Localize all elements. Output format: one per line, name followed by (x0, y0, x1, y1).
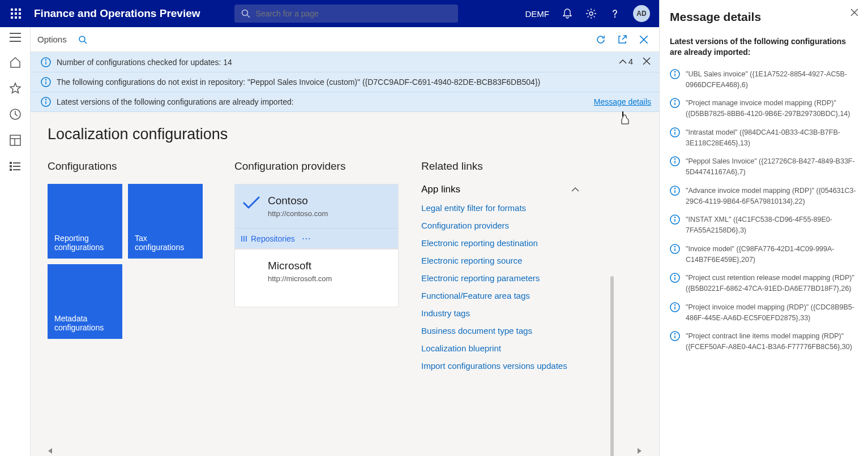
tile-metadata-configurations[interactable]: Metadata configurations (48, 264, 122, 339)
notification-row: Latest versions of the following configu… (31, 92, 659, 111)
message-item: "Advance invoice model mapping (RDP)" ({… (670, 186, 858, 207)
hamburger-icon[interactable] (9, 32, 22, 42)
svg-rect-15 (19, 16, 21, 19)
scroll-right-icon[interactable] (636, 448, 642, 454)
app-links-group-header[interactable]: App links (421, 184, 585, 195)
company-label[interactable]: DEMF (525, 9, 550, 19)
check-icon (242, 195, 261, 209)
providers-heading: Configuration providers (234, 160, 399, 173)
help-icon[interactable] (609, 8, 621, 19)
message-text: "Intrastat model" ({984DCA41-0B33-4C3B-B… (686, 127, 858, 149)
main-area: Localization configurations Configuratio… (31, 112, 659, 456)
svg-line-17 (247, 15, 250, 18)
related-links-heading: Related links (421, 160, 585, 173)
message-item: "UBL Sales invoice" ({1E1A7522-8854-4927… (670, 69, 858, 91)
message-item: "Peppol Sales Invoice" ({212726C8-B427-4… (670, 156, 858, 178)
options-bar: Options (31, 27, 659, 52)
panel-splitter-icon[interactable] (660, 222, 662, 234)
message-item: "Invoice model" ({C98FA776-42D1-4C09-999… (670, 244, 858, 265)
notification-text: Number of configurations checked for upd… (57, 58, 232, 67)
related-link[interactable]: Functional/Feature area tags (421, 291, 585, 300)
related-link[interactable]: Electronic reporting destination (421, 238, 585, 248)
info-icon (670, 331, 680, 352)
provider-more-icon[interactable]: ⋯ (302, 233, 312, 244)
related-link[interactable]: Configuration providers (421, 221, 585, 230)
providers-section: Configuration providers Contoso http://c… (234, 160, 399, 371)
gear-icon[interactable] (585, 8, 597, 19)
related-link[interactable]: Import configurations versions updates (421, 361, 585, 371)
notification-row: Number of configurations checked for upd… (31, 52, 659, 72)
scroll-left-icon[interactable] (48, 448, 53, 454)
recent-icon[interactable] (9, 108, 22, 121)
info-icon (670, 127, 680, 149)
related-link[interactable]: Electronic reporting parameters (421, 273, 585, 283)
message-item: "Project contract line items model mappi… (670, 331, 858, 352)
bell-icon[interactable] (562, 8, 573, 19)
search-box[interactable] (234, 5, 458, 23)
message-text: "Invoice model" ({C98FA776-42D1-4C09-999… (686, 244, 858, 265)
options-menu[interactable]: Options (37, 35, 67, 44)
left-nav (0, 27, 31, 456)
message-item: "Project cust retention release model ma… (670, 273, 858, 294)
svg-rect-13 (11, 16, 13, 19)
modules-icon[interactable] (9, 160, 22, 173)
provider-card-contoso[interactable]: Contoso http://contoso.com Repositories … (234, 184, 399, 249)
related-link[interactable]: Electronic reporting source (421, 256, 585, 265)
options-search-icon[interactable] (78, 35, 87, 44)
workspaces-icon[interactable] (9, 134, 22, 147)
configurations-heading: Configurations (48, 160, 212, 173)
related-link[interactable]: Legal entity filter for formats (421, 203, 585, 213)
message-item: "INSTAT XML" ({4C1FC538-CD96-4F55-89E0-7… (670, 214, 858, 236)
provider-name: Contoso (268, 195, 390, 207)
refresh-icon[interactable] (596, 35, 606, 45)
home-icon[interactable] (9, 56, 22, 68)
svg-rect-7 (11, 8, 13, 11)
notification-collapse[interactable]: 4 (618, 57, 633, 66)
svg-rect-29 (10, 169, 12, 171)
svg-rect-14 (15, 16, 17, 19)
notification-text: The following configurations do not exis… (57, 78, 540, 87)
page-title: Localization configurations (48, 126, 642, 143)
tile-tax-configurations[interactable]: Tax configurations (128, 184, 203, 259)
notification-close-icon[interactable] (642, 57, 651, 66)
message-text: "Advance invoice model mapping (RDP)" ({… (686, 186, 858, 207)
message-text: "INSTAT XML" ({4C1FC538-CD96-4F55-89E0-7… (686, 214, 858, 236)
provider-url: http://microsoft.com (268, 274, 390, 283)
message-details-panel: Message details Latest versions of the f… (660, 0, 868, 456)
panel-title: Message details (670, 10, 858, 24)
info-icon (670, 273, 680, 294)
svg-rect-10 (11, 12, 13, 15)
svg-rect-11 (15, 12, 17, 15)
info-icon (670, 214, 680, 236)
close-icon[interactable] (639, 35, 649, 45)
provider-card-microsoft[interactable]: Microsoft http://microsoft.com (234, 249, 399, 307)
favorites-icon[interactable] (9, 82, 22, 94)
provider-name: Microsoft (268, 260, 390, 272)
message-item: "Intrastat model" ({984DCA41-0B33-4C3B-B… (670, 127, 858, 149)
message-details-link[interactable]: Message details (594, 97, 651, 106)
horizontal-scrollbar[interactable] (48, 448, 642, 453)
svg-marker-34 (638, 448, 642, 454)
app-title: Finance and Operations Preview (34, 7, 200, 20)
tile-reporting-configurations[interactable]: Reporting configurations (48, 184, 122, 259)
message-item: "Project invoice model mapping (RDP)" ({… (670, 302, 858, 324)
top-bar: Finance and Operations Preview DEMF AD (0, 0, 659, 27)
info-icon (41, 57, 51, 67)
repositories-link[interactable]: Repositories (241, 234, 295, 243)
related-links-section: Related links App links Legal entity fil… (421, 160, 585, 371)
related-link[interactable]: Industry tags (421, 308, 585, 318)
content-scrollbar[interactable] (610, 276, 614, 456)
app-launcher-icon[interactable] (6, 3, 26, 24)
chevron-up-icon (571, 185, 580, 194)
message-item: "Project manage invoice model mapping (R… (670, 98, 858, 119)
provider-url: http://contoso.com (268, 209, 390, 218)
svg-rect-9 (19, 8, 21, 11)
svg-point-18 (589, 12, 593, 15)
related-link[interactable]: Localization blueprint (421, 343, 585, 353)
avatar[interactable]: AD (633, 5, 650, 22)
search-icon (241, 9, 250, 18)
panel-close-icon[interactable] (850, 8, 859, 17)
related-link[interactable]: Business document type tags (421, 326, 585, 335)
search-input[interactable] (256, 9, 451, 18)
popout-icon[interactable] (617, 35, 627, 45)
